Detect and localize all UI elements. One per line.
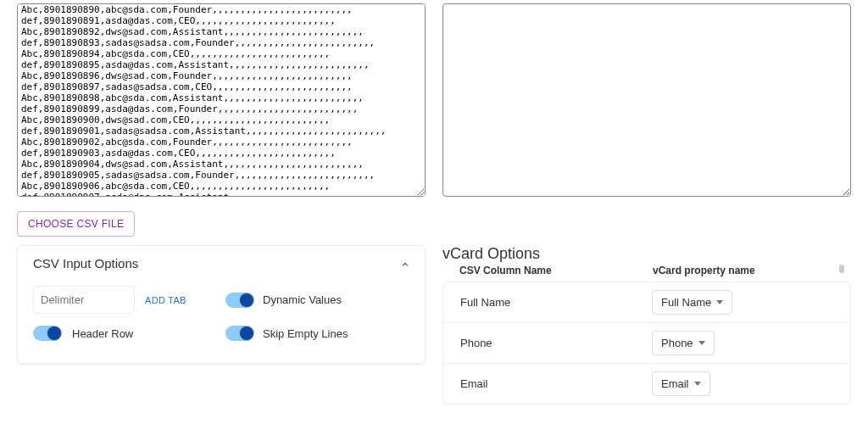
vcard-csv-col-name: Email xyxy=(460,377,652,390)
vcard-prop-select[interactable]: Full Name xyxy=(652,290,732,315)
csv-input-options-title: CSV Input Options xyxy=(33,256,138,271)
vcard-row: Email Email xyxy=(443,363,850,404)
scrollbar-indicator[interactable] xyxy=(839,265,844,273)
vcard-mapping-list: Full Name Full Name Phone Phone Email Em… xyxy=(442,282,851,404)
skip-empty-label: Skip Empty Lines xyxy=(263,327,348,340)
skip-empty-lines-toggle[interactable] xyxy=(225,326,254,341)
caret-down-icon xyxy=(716,300,723,304)
dynamic-values-toggle[interactable] xyxy=(225,293,254,308)
vcard-csv-col-name: Full Name xyxy=(460,296,652,309)
vcard-prop-select[interactable]: Email xyxy=(652,371,710,396)
vcard-col-prop: vCard property name xyxy=(653,265,839,276)
header-row-label: Header Row xyxy=(72,327,133,340)
choose-csv-file-button[interactable]: CHOOSE CSV FILE xyxy=(17,211,135,237)
vcard-csv-col-name: Phone xyxy=(460,337,652,349)
output-textarea[interactable] xyxy=(442,3,851,197)
vcard-row: Phone Phone xyxy=(443,322,850,363)
csv-input-textarea[interactable] xyxy=(17,3,426,197)
dynamic-values-label: Dynamic Values xyxy=(263,293,342,306)
vcard-col-csv: CSV Column Name xyxy=(459,265,653,276)
header-row-toggle[interactable] xyxy=(33,326,62,341)
caret-down-icon xyxy=(694,382,701,386)
vcard-options-title: vCard Options xyxy=(442,245,851,263)
vcard-row: Full Name Full Name xyxy=(443,282,850,322)
caret-down-icon xyxy=(698,341,705,345)
chevron-up-icon xyxy=(399,259,409,269)
csv-input-options-header[interactable]: CSV Input Options xyxy=(33,256,409,271)
vcard-table-header: CSV Column Name vCard property name xyxy=(442,265,851,282)
vcard-prop-select[interactable]: Phone xyxy=(652,331,715,355)
delimiter-input[interactable] xyxy=(33,286,135,314)
add-tab-button[interactable]: ADD TAB xyxy=(145,295,186,305)
